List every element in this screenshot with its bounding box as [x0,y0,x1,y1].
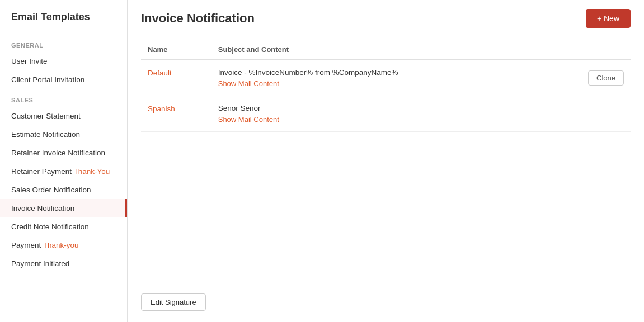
template-name-cell: Spanish [141,96,211,132]
show-mail-content-link-default[interactable]: Show Mail Content [218,79,279,88]
template-name-link-spanish[interactable]: Spanish [148,105,175,113]
sidebar-item-invoice-notification[interactable]: Invoice Notification [0,199,127,217]
table-header-row: Name Subject and Content [141,37,631,60]
col-header-name: Name [141,37,211,60]
template-actions-cell: Clone [546,60,631,96]
sidebar: Email Templates GENERAL User Invite Clie… [0,0,128,322]
sidebar-item-sales-order-notification[interactable]: Sales Order Notification [0,181,127,199]
sidebar-item-user-invite[interactable]: User Invite [0,52,127,70]
template-name-cell: Default [141,60,211,96]
subject-text: Invoice - %InvoiceNumber% from %CompanyN… [218,68,539,77]
main-content: Invoice Notification + New Name Subject … [128,0,644,322]
sidebar-item-payment-thank-you[interactable]: Payment Thank-you [0,236,127,254]
table-row: Spanish Senor Senor Show Mail Content [141,96,631,132]
subject-text: Senor Senor [218,104,539,112]
main-header: Invoice Notification + New [128,0,644,37]
sidebar-item-client-portal-invitation[interactable]: Client Portal Invitation [0,70,127,89]
clone-button-default[interactable]: Clone [588,70,624,86]
template-name-link-default[interactable]: Default [148,69,172,77]
col-header-subject: Subject and Content [211,37,546,60]
templates-table: Name Subject and Content Default Invoice… [141,37,631,132]
table-row: Default Invoice - %InvoiceNumber% from %… [141,60,631,96]
edit-signature-area: Edit Signature [128,282,644,322]
template-subject-cell: Invoice - %InvoiceNumber% from %CompanyN… [211,60,546,96]
sidebar-item-customer-statement[interactable]: Customer Statement [0,107,127,125]
new-button[interactable]: + New [586,9,631,28]
sidebar-title: Email Templates [0,11,127,34]
sidebar-item-retainer-payment-thank-you[interactable]: Retainer Payment Thank-You [0,162,127,181]
template-actions-cell-empty [546,96,631,132]
sidebar-item-estimate-notification[interactable]: Estimate Notification [0,125,127,144]
show-mail-content-link-spanish[interactable]: Show Mail Content [218,115,279,124]
sidebar-section-general: GENERAL [0,34,127,52]
sidebar-item-credit-note-notification[interactable]: Credit Note Notification [0,217,127,236]
template-subject-cell: Senor Senor Show Mail Content [211,96,546,132]
edit-signature-button[interactable]: Edit Signature [141,293,206,311]
page-title: Invoice Notification [141,11,255,26]
sidebar-item-payment-initiated[interactable]: Payment Initiated [0,254,127,273]
sidebar-section-sales: SALES [0,89,127,107]
sidebar-item-retainer-invoice-notification[interactable]: Retainer Invoice Notification [0,144,127,162]
content-area: Name Subject and Content Default Invoice… [128,37,644,282]
